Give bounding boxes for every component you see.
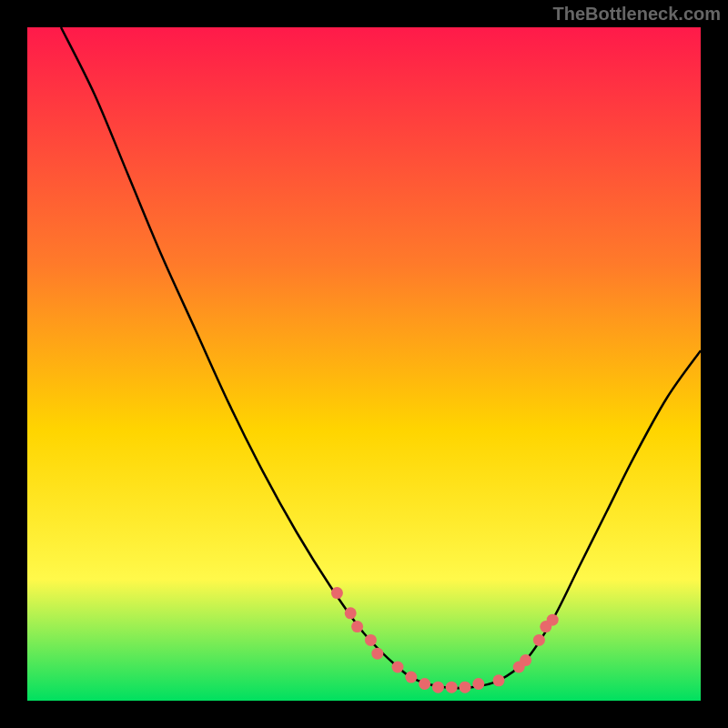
marker-point [371, 648, 383, 660]
bottleneck-chart [27, 27, 701, 701]
marker-point [365, 634, 377, 646]
marker-point [392, 662, 404, 673]
marker-point [460, 682, 471, 693]
marker-point [419, 678, 430, 690]
marker-point [520, 654, 531, 666]
watermark-text: TheBottleneck.com [553, 4, 721, 25]
marker-point [405, 672, 417, 683]
marker-point [547, 614, 559, 626]
marker-point [351, 621, 363, 632]
marker-point [345, 607, 357, 619]
marker-point [472, 678, 484, 690]
marker-point [446, 682, 458, 693]
marker-point [331, 587, 343, 599]
marker-point [533, 634, 545, 646]
marker-point [493, 674, 505, 686]
gradient-background [27, 27, 701, 701]
marker-point [432, 682, 444, 693]
